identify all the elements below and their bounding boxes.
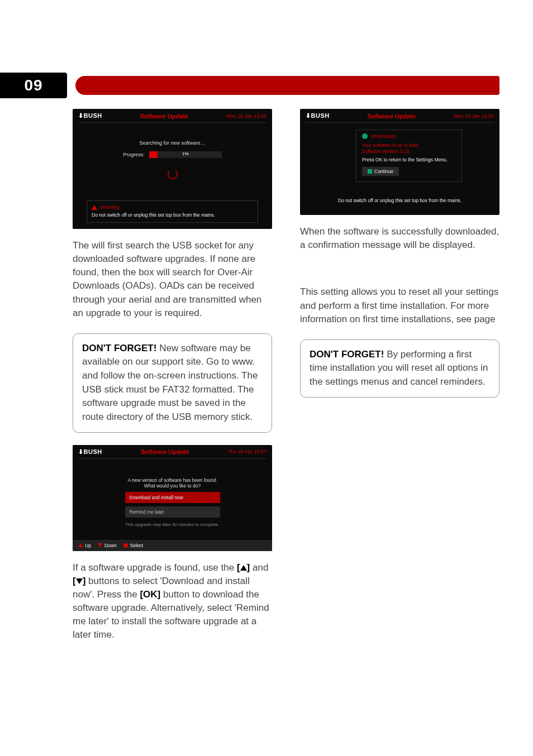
select-icon — [123, 543, 128, 548]
info-msg2: Press OK to return to the Settings Menu. — [362, 157, 456, 162]
up-arrow-icon — [240, 565, 247, 571]
right-column: ⬇BUSH Software Update Mon 18 Jan 12:02 I… — [300, 109, 499, 722]
shot-title: Software Update — [102, 113, 226, 119]
footer-down: Down — [104, 543, 117, 548]
searching-text: Searching for new software… — [89, 140, 255, 146]
footer-select: Select — [130, 543, 144, 548]
progress-label: Progress: — [123, 152, 145, 157]
callout-dont-forget-reset: DON'T FORGET! By performing a first time… — [300, 339, 499, 398]
para-search-usb: The will first search the USB socket for… — [73, 239, 272, 320]
ok-icon — [368, 169, 372, 174]
shot-title: Software Update — [330, 113, 454, 119]
down-arrow-icon — [76, 578, 83, 584]
shot-timestamp: Mon 18 Jan 12:02 — [226, 113, 266, 119]
option-download-now: Download and install now — [125, 492, 220, 503]
shot-timestamp: Thu 29 Apr 19:57 — [228, 449, 266, 454]
shot-title: Software Update — [102, 448, 228, 455]
down-icon — [98, 543, 102, 547]
shot-timestamp: Mon 18 Jan 12:02 — [454, 113, 494, 119]
spinner-icon — [168, 169, 178, 179]
info-box: Information Your software is up to date.… — [356, 130, 462, 182]
left-column: ⬇BUSH Software Update Mon 18 Jan 12:02 S… — [73, 109, 272, 722]
para-first-install: This setting allows you to reset all you… — [300, 285, 499, 326]
callout-lead: DON'T FORGET! — [82, 343, 156, 353]
progress-value: 1% — [182, 151, 189, 156]
shot-logo: ⬇BUSH — [306, 112, 330, 119]
ok-button-ref: [OK] — [140, 589, 160, 600]
info-title: Information — [371, 133, 396, 139]
footer-warning: Do not switch off or unplug this set top… — [300, 198, 499, 203]
callout-lead: DON'T FORGET! — [310, 349, 384, 360]
up-icon — [78, 543, 83, 547]
warning-message: Do not switch off or unplug this set top… — [92, 212, 253, 218]
shot-logo: ⬇BUSH — [78, 448, 102, 456]
upgrade-note: This upgrade may take 30 minutes to comp… — [89, 522, 255, 527]
info-icon — [362, 133, 368, 139]
warning-icon — [92, 205, 97, 210]
continue-button: Continue — [362, 167, 399, 176]
found-line2: What would you like to do? — [89, 483, 255, 489]
warning-title: Warning — [101, 204, 119, 210]
para-download-confirm: When the software is successfully downlo… — [300, 225, 499, 252]
screenshot-update-confirmed: ⬇BUSH Software Update Mon 18 Jan 12:02 I… — [300, 109, 499, 215]
para-upgrade-instructions: If a software upgrade is found, use the … — [73, 561, 272, 642]
progress-bar: 1% — [149, 151, 222, 158]
warning-box: Warning Do not switch off or unplug this… — [87, 200, 258, 223]
screenshot-search-software: ⬇BUSH Software Update Mon 18 Jan 12:02 S… — [73, 109, 272, 229]
header-red-bar — [75, 76, 499, 95]
chapter-badge: 09 — [0, 73, 67, 98]
footer-up: Up — [85, 543, 91, 548]
screenshot-upgrade-found: ⬇BUSH Software Update Thu 29 Apr 19:57 A… — [73, 445, 272, 551]
info-msg1: Your software is up to date.Software ver… — [362, 142, 456, 155]
heading-first-install — [300, 262, 499, 275]
option-remind-later: Remind me later — [125, 506, 220, 518]
found-line1: A new version of software has been found… — [89, 477, 255, 483]
callout-dont-forget-software: DON'T FORGET! New software may be availa… — [73, 333, 272, 433]
shot-logo: ⬇BUSH — [78, 112, 102, 119]
